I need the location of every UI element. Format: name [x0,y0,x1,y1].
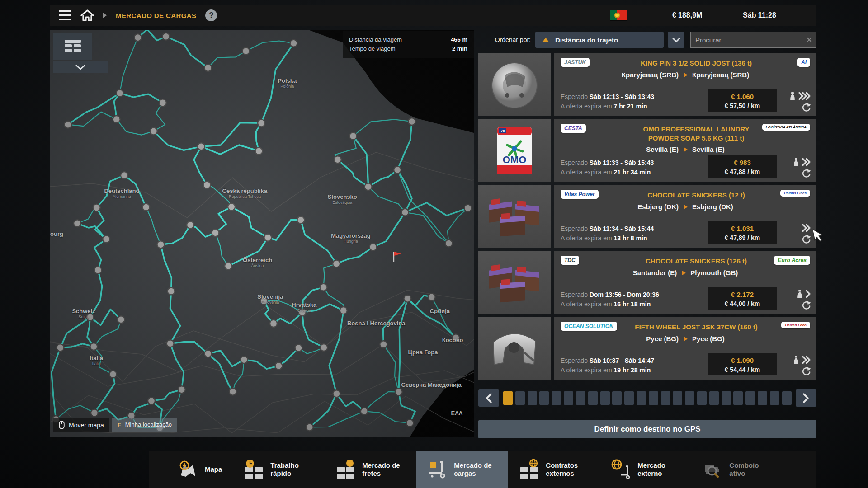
chevron-down-icon [672,38,680,42]
page-square[interactable] [564,391,573,405]
cargo-times: Esperado Sáb 10:37 - Sáb 14:47A oferta e… [561,356,708,375]
cargo-details: JASTUKKING PIN 3 1/2 SOLID JOST (136 t)A… [554,53,816,116]
recipient-company-logo: AI [797,58,810,67]
route-arrow-icon [684,205,688,209]
nav-tab-freight[interactable]: Mercado de fretes [325,451,416,488]
search-input[interactable] [691,36,802,44]
route-origin: Крагујевац (SRB) [622,71,679,79]
sort-dropdown[interactable]: Distância do trajeto [535,32,664,48]
sort-expand-button[interactable] [668,32,684,48]
cargo-times: Esperado Sáb 11:33 - Sáb 15:43A oferta e… [561,158,708,178]
map-panel-collapse-button[interactable] [53,61,108,73]
nav-tab-label: Mapa [205,465,222,474]
cargo-price: € 1.060 [708,92,777,102]
cargo-price: € 983 [708,158,777,168]
page-next-button[interactable] [796,389,816,407]
page-square[interactable] [637,391,646,405]
cargo-image [478,251,551,314]
freight-icon [335,459,356,480]
nav-tab-contracts[interactable]: Contratos externos [508,451,600,488]
return-trip-icon [802,103,811,112]
trip-distance-value: 466 m [451,35,467,44]
return-trip-icon [802,366,811,375]
cargo-badge-icons [783,224,811,244]
page-square[interactable] [612,391,622,405]
cargo-photo-fifthwheel [485,321,544,375]
game-screen: { "topbar": { "breadcrumb": "MERCADO DE … [0,0,868,488]
page-square[interactable] [515,391,525,405]
f-key-hint: F [118,422,121,428]
return-trip-icon [802,235,811,244]
route-arrow-icon [682,271,686,275]
home-icon[interactable] [80,9,94,22]
cargo-listing[interactable]: Vitas PowerCHOCOLATE SNICKERS (12 t)Pola… [478,185,816,248]
page-square[interactable] [539,391,549,405]
page-square[interactable] [503,391,513,405]
breadcrumb: MERCADO DE CARGAS [116,12,196,19]
page-square[interactable] [733,391,743,405]
recipient-company-logo: Euro Acres [774,256,810,265]
page-square[interactable] [661,391,670,405]
nav-tab-quick[interactable]: Trabalho rápido [233,451,325,488]
page-square[interactable] [649,391,658,405]
cargo-route: Pyce (BG)Pyce (BG) [561,335,810,343]
cargo-price-per-km: € 44,00 / km [708,300,777,308]
page-square[interactable] [685,391,694,405]
page-square[interactable] [600,391,610,405]
search-box [690,32,816,48]
contracts-icon [519,459,540,480]
cargo-badge-icons [783,356,811,375]
page-square[interactable] [576,391,585,405]
page-square[interactable] [697,391,707,405]
page-square[interactable] [528,391,537,405]
cargo-listing[interactable]: JASTUKKING PIN 3 1/2 SOLID JOST (136 t)A… [478,53,816,116]
cargo-title: CHOCOLATE SNICKERS (126 t) [632,256,760,266]
price-box: € 1.090€ 54,44 / km [708,353,777,375]
nav-tab-map[interactable]: Mapa [167,451,233,488]
page-square[interactable] [552,391,561,405]
cargo-listing[interactable]: TDCCHOCOLATE SNICKERS (126 t)Euro AcresS… [478,251,816,314]
cargo-price-per-km: € 57,50 / km [708,102,777,110]
page-square[interactable] [673,391,682,405]
page-square[interactable] [745,391,755,405]
express-chevrons-icon [798,92,811,100]
recipient-company-logo: LOGÍSTICA ATLÂNTICA [762,124,810,131]
my-location-hint[interactable]: F Minha localização [112,418,177,432]
sender-brand-logo: Vitas Power [561,190,599,199]
cargo-listing[interactable]: OCEAN SOLUTIONFIFTH WHEEL JOST JSK 37CW … [478,317,816,380]
cargo-price: € 1.031 [708,224,777,234]
search-clear-icon[interactable] [802,37,816,43]
cargo-badge-icons [783,92,811,112]
cargo-details: TDCCHOCOLATE SNICKERS (126 t)Euro AcresS… [554,251,816,314]
menu-icon[interactable] [59,10,71,20]
portugal-flag-icon [610,10,627,20]
nav-tab-external[interactable]: Mercado externo [600,451,692,488]
cargo-times: Esperado Sáb 12:13 - Sáb 13:43A oferta e… [561,92,708,112]
svg-text:OMO: OMO [503,154,527,165]
set-gps-destination-button[interactable]: Definir como destino no GPS [478,420,816,438]
world-map[interactable]: PolskaPolôniaDeutschlandAlemanhaČeská re… [50,30,474,437]
help-icon[interactable]: ? [205,9,217,21]
page-square[interactable] [782,391,792,405]
page-square[interactable] [588,391,598,405]
cargo-listing[interactable]: 70 OMOCESTAOMO PROFESSIONAL LAUNDRY POWD… [478,119,816,182]
garage-icon [62,39,83,54]
map-icon [178,459,199,480]
nav-tab-cargo[interactable]: Mercado de cargas [416,451,508,488]
page-square[interactable] [758,391,767,405]
route-origin: Sevilla (E) [646,145,679,153]
sort-row: Ordenar por: Distância do trajeto [478,32,816,48]
cargo-details: Vitas PowerCHOCOLATE SNICKERS (12 t)Pola… [554,185,816,248]
page-prev-button[interactable] [478,389,499,407]
page-square[interactable] [624,391,634,405]
page-square[interactable] [770,391,779,405]
move-map-label: Mover mapa [69,422,104,429]
express-chevrons-icon [802,224,811,232]
route-arrow-icon [684,147,688,152]
express-chevrons-icon [802,356,811,364]
map-garage-filter-button[interactable] [53,33,92,60]
cargo-price: € 1.090 [708,356,777,366]
weight-icon [793,356,800,364]
page-square[interactable] [709,391,719,405]
page-square[interactable] [722,391,731,405]
